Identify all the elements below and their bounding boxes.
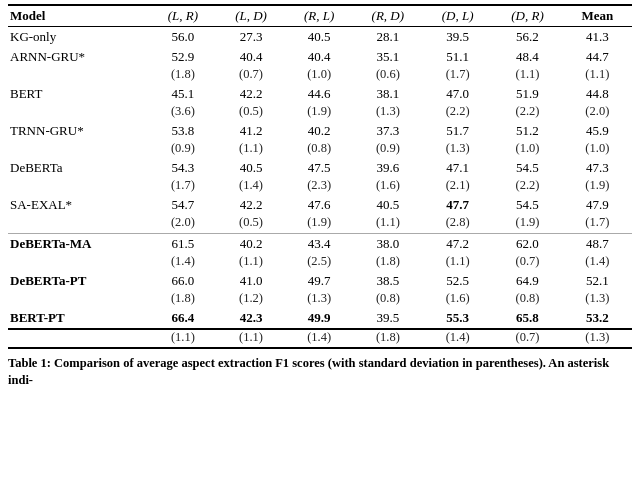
table-cell: 35.1 <box>353 47 423 67</box>
sub-row-cell: (3.6) <box>149 104 216 121</box>
sub-row-cell: (1.8) <box>149 291 216 308</box>
sub-row-cell: (2.0) <box>149 215 216 232</box>
table-cell: 54.7 <box>149 195 216 215</box>
table-cell: 45.9 <box>563 121 632 141</box>
table-cell: 52.9 <box>149 47 216 67</box>
sub-row-cell: (1.1) <box>492 67 562 84</box>
table-cell: 65.8 <box>492 308 562 329</box>
table-cell: 49.7 <box>286 271 353 291</box>
table-cell: 52.1 <box>563 271 632 291</box>
table-cell: 42.2 <box>216 195 285 215</box>
col-header-dl: (D, L) <box>423 5 492 27</box>
table-cell: 38.5 <box>353 271 423 291</box>
sub-row-empty <box>8 215 149 232</box>
table-row: BERT <box>8 84 149 104</box>
table-row: SA-EXAL* <box>8 195 149 215</box>
col-header-rd: (R, D) <box>353 5 423 27</box>
sub-row-cell: (1.1) <box>353 215 423 232</box>
table-cell: 61.5 <box>149 233 216 254</box>
sub-row-cell: (0.8) <box>286 141 353 158</box>
sub-row-cell: (1.4) <box>286 329 353 348</box>
table-cell: 47.5 <box>286 158 353 178</box>
table-cell: 48.7 <box>563 233 632 254</box>
col-header-ld: (L, D) <box>216 5 285 27</box>
table-cell: 40.5 <box>353 195 423 215</box>
sub-row-cell: (2.5) <box>286 254 353 271</box>
table-caption: Table 1: Comparison of average aspect ex… <box>8 355 632 390</box>
table-cell: 53.8 <box>149 121 216 141</box>
sub-row-cell: (1.9) <box>286 215 353 232</box>
table-cell: 47.7 <box>423 195 492 215</box>
sub-row-cell: (0.5) <box>216 215 285 232</box>
table-row: TRNN-GRU* <box>8 121 149 141</box>
sub-row-cell: (0.8) <box>353 291 423 308</box>
col-header-rl: (R, L) <box>286 5 353 27</box>
sub-row-cell: (1.8) <box>353 329 423 348</box>
sub-row-cell: (1.4) <box>216 178 285 195</box>
table-cell: 49.9 <box>286 308 353 329</box>
table-row: DeBERTa <box>8 158 149 178</box>
sub-row-cell: (0.7) <box>216 67 285 84</box>
table-cell: 42.2 <box>216 84 285 104</box>
table-cell: 47.1 <box>423 158 492 178</box>
table-row: BERT-PT <box>8 308 149 329</box>
table-cell: 40.2 <box>286 121 353 141</box>
table-cell: 40.4 <box>286 47 353 67</box>
sub-row-cell: (2.0) <box>563 104 632 121</box>
table-cell: 51.2 <box>492 121 562 141</box>
table-cell: 45.1 <box>149 84 216 104</box>
table-row: DeBERTa-MA <box>8 233 149 254</box>
sub-row-cell: (1.6) <box>353 178 423 195</box>
table-cell: 66.4 <box>149 308 216 329</box>
sub-row-cell: (0.9) <box>149 141 216 158</box>
table-cell: 64.9 <box>492 271 562 291</box>
results-table: Model (L, R) (L, D) (R, L) (R, D) (D, L)… <box>8 4 632 349</box>
table-cell: 56.0 <box>149 27 216 48</box>
sub-row-cell: (2.1) <box>423 178 492 195</box>
table-cell: 39.5 <box>353 308 423 329</box>
table-cell: 43.4 <box>286 233 353 254</box>
table-cell: 47.0 <box>423 84 492 104</box>
table-cell: 56.2 <box>492 27 562 48</box>
col-header-model: Model <box>8 5 149 27</box>
sub-row-cell: (1.9) <box>563 178 632 195</box>
sub-row-cell: (1.3) <box>563 291 632 308</box>
table-cell: 54.5 <box>492 195 562 215</box>
table-cell: 48.4 <box>492 47 562 67</box>
col-header-lr: (L, R) <box>149 5 216 27</box>
table-cell: 41.3 <box>563 27 632 48</box>
caption-label: Table 1: Comparison of average aspect ex… <box>8 356 609 388</box>
sub-row-cell: (1.7) <box>423 67 492 84</box>
table-cell: 51.1 <box>423 47 492 67</box>
sub-row-empty <box>8 291 149 308</box>
sub-row-cell: (2.8) <box>423 215 492 232</box>
sub-row-cell: (2.2) <box>423 104 492 121</box>
table-cell: 51.9 <box>492 84 562 104</box>
sub-row-cell: (0.8) <box>492 291 562 308</box>
sub-row-empty <box>8 329 149 348</box>
table-cell: 47.3 <box>563 158 632 178</box>
sub-row-cell: (1.1) <box>216 329 285 348</box>
table-cell: 41.2 <box>216 121 285 141</box>
sub-row-cell: (1.4) <box>563 254 632 271</box>
sub-row-cell: (1.1) <box>563 67 632 84</box>
sub-row-cell: (1.0) <box>286 67 353 84</box>
table-cell: 40.2 <box>216 233 285 254</box>
table-cell: 38.1 <box>353 84 423 104</box>
sub-row-cell: (1.7) <box>563 215 632 232</box>
sub-row-cell: (1.3) <box>563 329 632 348</box>
sub-row-empty <box>8 254 149 271</box>
table-cell: 39.5 <box>423 27 492 48</box>
table-cell: 27.3 <box>216 27 285 48</box>
sub-row-empty <box>8 178 149 195</box>
table-cell: 53.2 <box>563 308 632 329</box>
table-cell: 28.1 <box>353 27 423 48</box>
sub-row-cell: (2.2) <box>492 104 562 121</box>
sub-row-cell: (1.9) <box>286 104 353 121</box>
table-cell: 40.5 <box>286 27 353 48</box>
table-cell: 44.7 <box>563 47 632 67</box>
table-cell: 62.0 <box>492 233 562 254</box>
sub-row-cell: (1.1) <box>423 254 492 271</box>
table-cell: 51.7 <box>423 121 492 141</box>
table-cell: 54.3 <box>149 158 216 178</box>
